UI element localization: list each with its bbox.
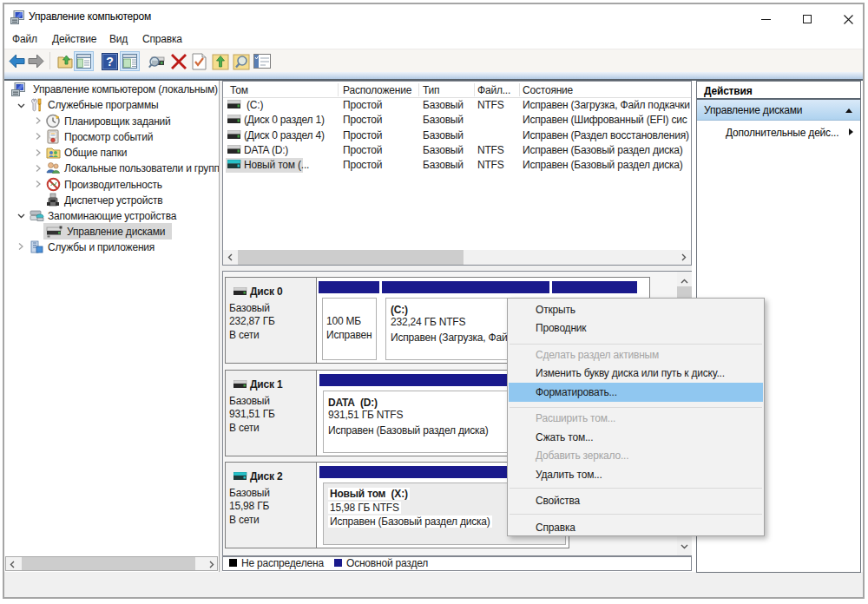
svg-text:?: ? [106, 55, 114, 69]
